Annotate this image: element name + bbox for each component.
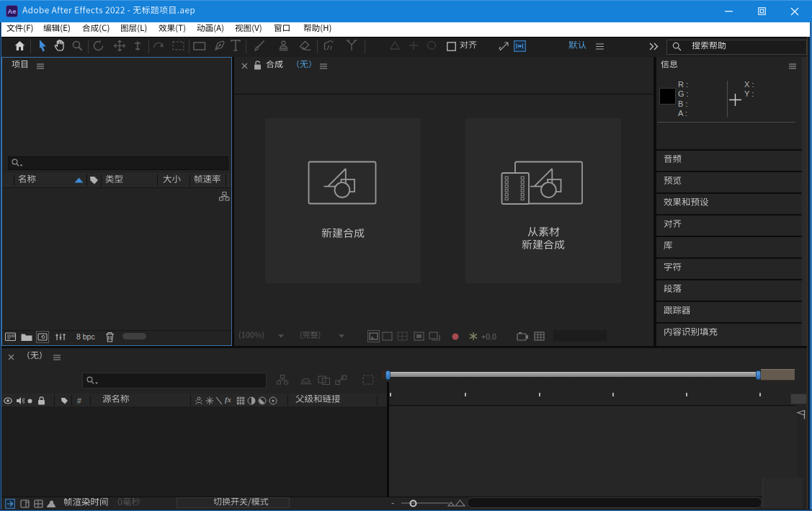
svg-text:Ae: Ae <box>7 7 16 15</box>
